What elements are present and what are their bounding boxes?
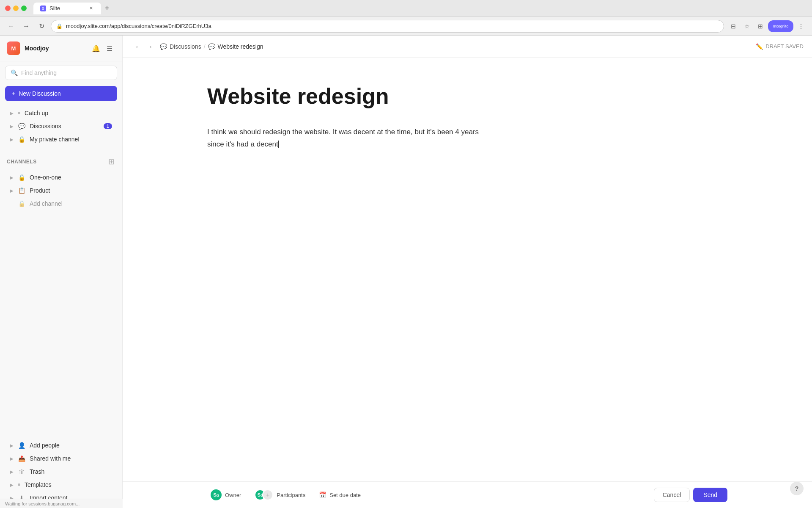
- calendar-icon: 📅: [319, 491, 326, 498]
- add-channel-label: Add channel: [30, 200, 112, 207]
- action-buttons: Cancel Send: [654, 488, 727, 502]
- sidebar-item-catch-up[interactable]: ▶ Catch up: [3, 107, 119, 119]
- sidebar-item-shared-with-me[interactable]: ▶ 📤 Shared with me: [3, 452, 119, 465]
- sidebar-header-actions: 🔔 ☰: [90, 42, 115, 54]
- sidebar-item-private-channel[interactable]: ▶ 🔒 My private channel: [3, 133, 119, 146]
- expand-icon: ▶: [10, 137, 14, 142]
- breadcrumb-discussions[interactable]: 💬 Discussions: [160, 43, 201, 50]
- browser-tab[interactable]: S Slite ✕: [33, 3, 101, 14]
- catch-up-label: Catch up: [25, 110, 112, 116]
- new-discussion-label: New Discussion: [19, 90, 61, 97]
- channels-header: Channels ⊞: [0, 153, 122, 171]
- discussions-icon: 💬: [18, 123, 25, 130]
- expand-icon: ▶: [10, 188, 14, 193]
- shared-icon: 📤: [18, 455, 25, 462]
- draft-icon: ✏️: [756, 43, 763, 50]
- sidebar-item-templates[interactable]: ▶ Templates: [3, 478, 119, 491]
- sidebar-item-add-channel[interactable]: ▶ 🔒 Add channel: [3, 197, 119, 210]
- channels-label: Channels: [7, 159, 107, 165]
- add-icon: 🔒: [18, 200, 25, 207]
- editor-area: Website redesign I think we should redes…: [123, 58, 812, 481]
- sidebar-item-product[interactable]: ▶ 📋 Product: [3, 184, 119, 197]
- discussions-breadcrumb-icon: 💬: [160, 43, 167, 50]
- sidebar-toggle-button[interactable]: ☰: [104, 42, 115, 54]
- status-text: Waiting for sessions.bugsnag.com...: [5, 501, 80, 506]
- sidebar-item-add-people[interactable]: ▶ 👤 Add people: [3, 439, 119, 452]
- plus-icon: +: [12, 90, 15, 97]
- tab-close-button[interactable]: ✕: [88, 5, 94, 12]
- bookmark-icon[interactable]: ☆: [741, 20, 753, 32]
- split-view-icon[interactable]: ⊞: [754, 20, 766, 32]
- channels-section: ▶ 🔒 One-on-one ▶ 📋 Product ▶ 🔒 Add chann…: [0, 171, 122, 214]
- address-text: moodjoy.slite.com/app/discussions/create…: [66, 23, 719, 29]
- body-line1: I think we should redesign the website. …: [207, 128, 479, 136]
- draft-saved-status: ✏️ DRAFT SAVED: [756, 43, 804, 50]
- add-people-label: Add people: [30, 442, 112, 449]
- participants-meta[interactable]: Sa + Participants: [251, 488, 309, 502]
- expand-icon: ▶: [10, 469, 14, 474]
- nav-section: ▶ Catch up ▶ 💬 Discussions 1 ▶ 🔒 My priv…: [0, 106, 122, 149]
- product-label: Product: [30, 187, 112, 194]
- main-content: ‹ › 💬 Discussions / 💬 Website redesign ✏…: [123, 36, 812, 508]
- tab-favicon: S: [40, 6, 46, 11]
- shared-with-me-label: Shared with me: [30, 455, 112, 462]
- breadcrumb: 💬 Discussions / 💬 Website redesign: [160, 43, 263, 50]
- cursor: [278, 141, 279, 148]
- owner-avatar: Sa: [211, 489, 222, 500]
- maximize-window-button[interactable]: [21, 6, 27, 11]
- due-date-meta[interactable]: 📅 Set due date: [315, 490, 364, 500]
- address-bar-row: ← → ↻ 🔒 moodjoy.slite.com/app/discussion…: [0, 17, 812, 36]
- cancel-button[interactable]: Cancel: [654, 488, 690, 502]
- back-nav-button[interactable]: ‹: [131, 41, 143, 52]
- new-discussion-button[interactable]: + New Discussion: [5, 86, 117, 101]
- breadcrumb-current-icon: 💬: [208, 43, 215, 50]
- new-tab-button[interactable]: +: [101, 3, 113, 14]
- expand-icon: ▶: [10, 456, 14, 461]
- close-window-button[interactable]: [5, 6, 11, 11]
- workspace-name: Moodjoy: [25, 45, 86, 52]
- trash-icon: 🗑: [18, 468, 25, 475]
- sidebar-item-discussions[interactable]: ▶ 💬 Discussions 1: [3, 120, 119, 133]
- minimize-window-button[interactable]: [13, 6, 19, 11]
- profile-button[interactable]: Incognito: [768, 20, 793, 32]
- cast-icon[interactable]: ⊟: [727, 20, 739, 32]
- expand-icon: ▶: [10, 443, 14, 448]
- owner-label: Owner: [225, 492, 241, 498]
- one-on-one-icon: 🔒: [18, 174, 25, 181]
- send-button[interactable]: Send: [693, 488, 727, 502]
- add-participant-icon: +: [262, 489, 273, 500]
- search-bar[interactable]: 🔍 Find anything: [5, 66, 117, 80]
- product-icon: 📋: [18, 187, 25, 194]
- lock-icon: 🔒: [18, 136, 25, 143]
- breadcrumb-current-label: Website redesign: [218, 43, 263, 50]
- discussions-label: Discussions: [30, 123, 99, 130]
- help-button[interactable]: ?: [790, 482, 804, 495]
- back-button[interactable]: ←: [5, 20, 17, 32]
- top-bar: ‹ › 💬 Discussions / 💬 Website redesign ✏…: [123, 36, 812, 58]
- nav-arrows: ‹ ›: [131, 41, 156, 52]
- expand-icon: ▶: [10, 124, 14, 129]
- owner-meta[interactable]: Sa Owner: [207, 488, 244, 502]
- trash-label: Trash: [30, 468, 112, 475]
- refresh-button[interactable]: ↻: [36, 20, 47, 32]
- discussion-body[interactable]: I think we should redesign the website. …: [207, 126, 727, 168]
- add-channel-icon[interactable]: ⊞: [107, 156, 115, 167]
- more-options-button[interactable]: ⋮: [795, 20, 807, 32]
- draft-saved-label: DRAFT SAVED: [765, 43, 804, 50]
- breadcrumb-separator: /: [204, 43, 206, 50]
- forward-button[interactable]: →: [20, 20, 32, 32]
- catch-up-icon: [18, 112, 20, 114]
- sidebar-header: M Moodjoy 🔔 ☰: [0, 36, 122, 61]
- sidebar: M Moodjoy 🔔 ☰ 🔍 Find anything + New Disc…: [0, 36, 123, 508]
- sidebar-item-one-on-one[interactable]: ▶ 🔒 One-on-one: [3, 171, 119, 184]
- breadcrumb-discussions-label: Discussions: [170, 43, 201, 50]
- people-icon: 👤: [18, 442, 25, 449]
- discussion-title[interactable]: Website redesign: [207, 83, 727, 109]
- address-bar[interactable]: 🔒 moodjoy.slite.com/app/discussions/crea…: [51, 20, 724, 33]
- forward-nav-button[interactable]: ›: [145, 41, 156, 52]
- breadcrumb-current: 💬 Website redesign: [208, 43, 263, 50]
- browser-chrome: S Slite ✕ +: [0, 0, 812, 17]
- sidebar-item-trash[interactable]: ▶ 🗑 Trash: [3, 465, 119, 478]
- due-date-label: Set due date: [329, 492, 361, 498]
- notifications-button[interactable]: 🔔: [90, 42, 102, 54]
